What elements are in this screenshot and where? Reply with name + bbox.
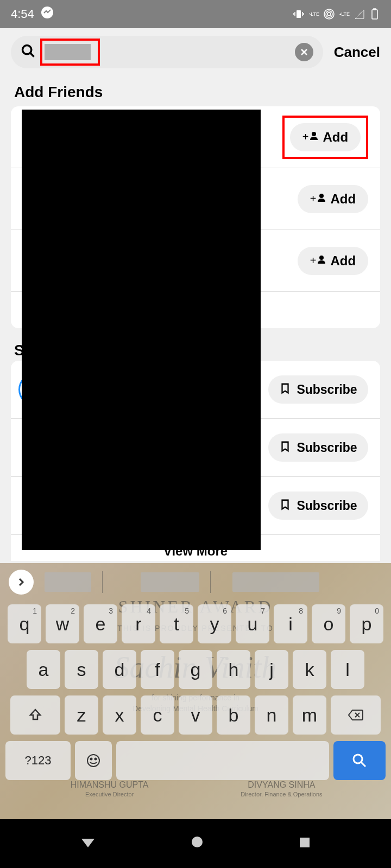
svg-point-14 [354,755,362,763]
shift-key[interactable] [10,695,60,735]
key-o[interactable]: o9 [312,604,345,643]
key-p[interactable]: p0 [350,604,383,643]
backspace-key[interactable] [331,695,381,735]
suggestion-1[interactable] [45,572,91,592]
key-d[interactable]: d [103,650,136,689]
key-c[interactable]: c [141,695,174,735]
redaction-overlay [22,110,261,550]
key-x[interactable]: x [103,695,136,735]
subscribe-label: Subscribe [297,499,357,513]
emoji-key[interactable] [75,741,112,780]
status-time: 4:54 [11,7,34,21]
add-person-icon: + [302,131,319,143]
status-bar: 4:54 LTE LTE [0,0,391,28]
search-input-highlight [40,39,100,66]
svg-rect-1 [297,10,301,18]
key-r[interactable]: r4 [122,604,155,643]
add-friends-title: Add Friends [0,76,391,106]
add-person-icon: + [310,193,326,205]
subscribe-button[interactable]: Subscribe [268,375,368,404]
key-n[interactable]: n [255,695,288,735]
search-key[interactable] [333,741,386,780]
add-person-icon: + [310,254,326,267]
key-q[interactable]: q1 [8,604,41,643]
add-button-label: Add [323,130,349,145]
svg-point-2 [327,12,331,16]
svg-point-3 [326,11,332,17]
bookmark-icon [279,382,291,397]
svg-point-9 [319,194,324,198]
key-u[interactable]: u7 [236,604,269,643]
bookmark-icon [279,499,291,513]
suggestion-divider [102,571,103,593]
search-icon [21,43,36,61]
cancel-button[interactable]: Cancel [334,44,380,61]
key-i[interactable]: i8 [274,604,307,643]
suggestion-divider [210,571,211,593]
search-area: Cancel [0,28,391,76]
search-box[interactable] [11,36,323,68]
clear-search-button[interactable] [295,43,313,61]
add-friend-button[interactable]: + Add [290,123,361,151]
expand-suggestions-button[interactable] [9,570,34,595]
key-f[interactable]: f [141,650,174,689]
messenger-icon [41,6,54,22]
subscribe-button[interactable]: Subscribe [268,492,368,520]
add-button-highlight: + Add [282,116,368,159]
svg-point-8 [312,132,316,136]
subscribe-label: Subscribe [297,382,357,397]
svg-point-12 [91,758,92,760]
key-k[interactable]: k [293,650,326,689]
subscribe-button[interactable]: Subscribe [268,433,368,462]
battery-icon [369,9,380,20]
svg-rect-5 [372,10,377,19]
symbols-key[interactable]: ?123 [5,741,71,780]
key-m[interactable]: m [293,695,326,735]
svg-point-11 [87,755,99,767]
hotspot-icon [324,9,335,20]
wifi-calling-icon: LTE [308,9,319,20]
svg-point-7 [23,46,31,54]
signal-icon: LTE [339,9,350,20]
add-button-label: Add [331,192,356,207]
key-g[interactable]: g [179,650,212,689]
add-friend-button[interactable]: + Add [298,247,368,275]
add-friend-button[interactable]: + Add [298,185,368,213]
key-w[interactable]: w2 [46,604,79,643]
key-s[interactable]: s [65,650,98,689]
back-button[interactable] [80,834,96,853]
svg-rect-16 [300,838,310,847]
svg-point-15 [192,837,203,847]
key-l[interactable]: l [331,650,364,689]
bookmark-icon [279,441,291,455]
svg-point-13 [95,758,97,760]
suggestion-3[interactable] [232,572,319,592]
key-z[interactable]: z [65,695,98,735]
recent-apps-button[interactable] [299,835,311,852]
key-a[interactable]: a [27,650,60,689]
key-y[interactable]: y6 [198,604,231,643]
key-h[interactable]: h [217,650,250,689]
key-v[interactable]: v [179,695,212,735]
suggestion-bar [0,563,391,601]
search-input[interactable] [45,44,91,60]
suggestion-2[interactable] [141,572,199,592]
signal2-icon [354,9,365,20]
navigation-bar [0,819,391,868]
svg-rect-6 [374,9,376,10]
key-b[interactable]: b [217,695,250,735]
key-t[interactable]: t5 [160,604,193,643]
add-button-label: Add [331,253,356,269]
key-e[interactable]: e3 [84,604,117,643]
vibrate-icon [293,9,304,20]
key-j[interactable]: j [255,650,288,689]
subscribe-label: Subscribe [297,441,357,455]
svg-point-10 [319,256,324,260]
home-button[interactable] [191,835,204,852]
space-key[interactable] [116,741,329,780]
